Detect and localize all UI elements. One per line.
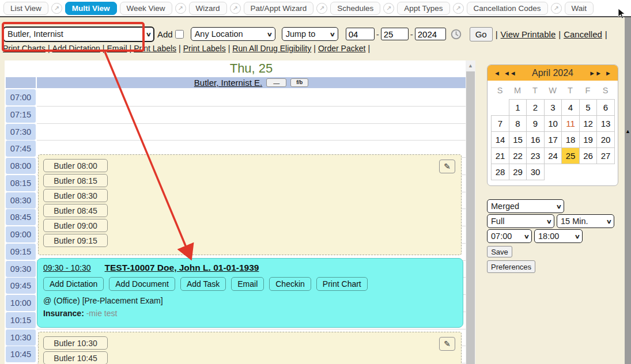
provider-select[interactable]: Butler, Internist ∨	[3, 26, 154, 42]
tab-wizard[interactable]: Wizard	[189, 2, 227, 15]
time-label[interactable]: 08:30	[6, 192, 36, 208]
save-button[interactable]: Save	[487, 246, 512, 257]
open-slot-button[interactable]: Butler 10:30	[43, 336, 108, 350]
patient-link[interactable]: TEST-10007 Doe, John L. 01-01-1939	[105, 263, 259, 273]
calendar-day-25[interactable]: 25	[561, 147, 580, 164]
scroll-up-icon[interactable]: ▲	[466, 60, 475, 71]
calendar-day-5[interactable]: 5	[579, 99, 598, 116]
location-select[interactable]: Any Location ∨	[191, 27, 275, 41]
tab-wait[interactable]: Wait	[565, 2, 594, 15]
calendar-day-28[interactable]: 28	[491, 164, 509, 180]
time-label[interactable]: 10:00	[6, 295, 36, 311]
add-checkbox[interactable]	[175, 30, 184, 39]
calendar-day-9[interactable]: 9	[526, 115, 545, 132]
schedule-scrollbar[interactable]: ▲	[466, 60, 475, 364]
calendar-day-7[interactable]: 7	[491, 115, 509, 132]
edit-icon[interactable]: ✎	[439, 160, 455, 173]
open-slot-button[interactable]: Butler 08:30	[43, 189, 108, 202]
size-select[interactable]: Full ∨	[487, 214, 554, 228]
appointment-time-link[interactable]: 09:30 - 10:30	[43, 263, 91, 272]
time-label[interactable]: 07:15	[6, 107, 36, 123]
next-month-icon[interactable]: ►	[603, 70, 613, 77]
calendar-day-15[interactable]: 15	[509, 131, 527, 148]
action-link-print-labels[interactable]: Print Labels	[183, 44, 226, 53]
calendar-day-4[interactable]: 4	[561, 99, 580, 116]
calendar-day-1[interactable]: 1	[509, 99, 527, 116]
view-mode-select[interactable]: Merged ∨	[487, 199, 564, 213]
prev-month-icon[interactable]: ◄	[492, 70, 502, 77]
add-dictation-button[interactable]: Add Dictation	[43, 277, 104, 291]
calendar-day-8[interactable]: 8	[509, 115, 527, 132]
calendar-day-29[interactable]: 29	[509, 164, 527, 180]
calendar-day-11[interactable]: 11	[561, 115, 580, 132]
date-month-input[interactable]	[346, 28, 375, 40]
front-back-button[interactable]: f/b	[290, 78, 308, 87]
view-printable-link[interactable]: View Printable	[501, 29, 556, 39]
time-label[interactable]: 10:45	[6, 346, 36, 362]
action-link-print-labels[interactable]: Print Labels	[134, 44, 176, 53]
action-link-order-packet[interactable]: Order Packet	[318, 44, 365, 53]
open-slot-button[interactable]: Butler 09:15	[43, 234, 108, 247]
open-slot-button[interactable]: Butler 08:00	[43, 159, 108, 172]
end-time-select[interactable]: 18:00 ∨	[534, 229, 583, 243]
open-slot-button[interactable]: Butler 08:45	[43, 204, 108, 217]
schedule-cell[interactable]	[37, 107, 466, 124]
calendar-day-19[interactable]: 19	[579, 131, 598, 148]
external-link-icon[interactable]: ↗	[551, 3, 562, 14]
page-scrollbar[interactable]: ▲	[625, 17, 631, 364]
schedule-cell[interactable]	[37, 89, 466, 107]
date-year-input[interactable]	[415, 28, 446, 40]
action-link-email[interactable]: Email	[107, 44, 127, 53]
calendar-day-20[interactable]: 20	[596, 131, 615, 148]
tab-week-view[interactable]: Week View	[120, 2, 172, 15]
time-label[interactable]: 07:00	[6, 89, 36, 105]
calendar-day-17[interactable]: 17	[544, 131, 562, 148]
calendar-day-3[interactable]: 3	[544, 99, 562, 116]
external-link-icon[interactable]: ↗	[175, 3, 186, 14]
collapse-column-button[interactable]: —	[266, 78, 286, 87]
calendar-day-6[interactable]: 6	[596, 99, 615, 116]
next-year-icon[interactable]: ►►	[587, 70, 603, 77]
calendar-day-12[interactable]: 12	[579, 115, 598, 132]
tab-appt-types[interactable]: Appt Types	[397, 2, 449, 15]
time-label[interactable]: 10:30	[6, 329, 36, 346]
add-document-button[interactable]: Add Document	[109, 277, 175, 291]
action-link-run-all-drug-eligibility[interactable]: Run All Drug Eligibility	[232, 44, 311, 53]
prev-year-icon[interactable]: ◄◄	[502, 70, 518, 77]
time-label[interactable]: 09:30	[6, 261, 36, 277]
external-link-icon[interactable]: ↗	[51, 3, 62, 14]
edit-icon[interactable]: ✎	[439, 337, 455, 351]
print-chart-button[interactable]: Print Chart	[316, 277, 368, 291]
action-link-add-dictation[interactable]: Add Dictation	[52, 44, 100, 53]
calendar-day-16[interactable]: 16	[526, 131, 545, 148]
clock-icon[interactable]	[451, 29, 462, 40]
open-slot-button[interactable]: Butler 09:00	[43, 219, 108, 232]
email-button[interactable]: Email	[231, 277, 264, 291]
time-label[interactable]: 09:45	[6, 278, 36, 294]
calendar-day-24[interactable]: 24	[544, 147, 562, 164]
time-label[interactable]: 09:15	[6, 244, 36, 260]
tab-schedules[interactable]: Schedules	[330, 2, 380, 15]
time-label[interactable]: 08:45	[6, 209, 36, 225]
start-time-select[interactable]: 07:00 ∨	[487, 229, 532, 243]
calendar-day-10[interactable]: 10	[544, 115, 562, 132]
time-label[interactable]: 08:15	[6, 175, 36, 191]
checkin-button[interactable]: Checkin	[269, 277, 311, 291]
calendar-day-18[interactable]: 18	[561, 131, 580, 148]
calendar-day-22[interactable]: 22	[509, 147, 527, 164]
tab-multi-view[interactable]: Multi View	[65, 2, 117, 15]
schedule-cell[interactable]	[37, 124, 466, 141]
calendar-day-26[interactable]: 26	[579, 147, 598, 164]
add-task-button[interactable]: Add Task	[180, 277, 226, 291]
calendar-day-13[interactable]: 13	[596, 115, 615, 132]
open-slot-button[interactable]: Butler 08:15	[43, 174, 108, 187]
calendar-day-2[interactable]: 2	[526, 99, 545, 116]
scrollbar-thumb[interactable]	[466, 71, 475, 364]
time-label[interactable]: 08:00	[6, 158, 36, 174]
time-label[interactable]: 09:00	[6, 226, 36, 242]
tab-list-view[interactable]: List View	[3, 2, 48, 15]
external-link-icon[interactable]: ↗	[316, 3, 327, 14]
cancelled-link[interactable]: Cancelled	[564, 29, 602, 39]
calendar-day-27[interactable]: 27	[596, 147, 615, 164]
calendar-day-21[interactable]: 21	[491, 147, 509, 164]
